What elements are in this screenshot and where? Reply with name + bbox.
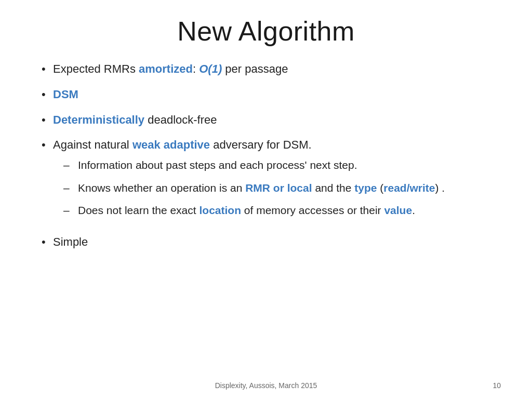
list-item: • Simple <box>42 234 501 250</box>
highlight-weak-adaptive: weak adaptive <box>132 138 210 151</box>
highlight-readwrite: read/write <box>383 182 435 194</box>
highlight-value: value <box>384 204 412 216</box>
list-item: – Does not learn the exact location of m… <box>63 203 501 218</box>
bullet-dot: • <box>42 61 53 77</box>
highlight-o1: O(1) <box>199 62 222 75</box>
highlight-deterministically: Deterministically <box>53 113 144 126</box>
highlight-amortized: amortized <box>139 62 193 75</box>
highlight-dsm: DSM <box>53 88 78 101</box>
main-bullet-list: • Expected RMRs amortized: O(1) per pass… <box>42 61 501 250</box>
highlight-location: location <box>199 204 241 216</box>
slide-title: New Algorithm <box>31 16 501 47</box>
sub-text: Information about past steps and each pr… <box>78 157 501 172</box>
footer-center: Displexity, Aussois, March 2015 <box>215 381 317 390</box>
slide-content: • Expected RMRs amortized: O(1) per pass… <box>31 61 501 368</box>
sub-text: Knows whether an operation is an RMR or … <box>78 180 501 195</box>
sub-text: Does not learn the exact location of mem… <box>78 203 501 218</box>
slide: New Algorithm • Expected RMRs amortized:… <box>0 0 532 399</box>
list-item: • Expected RMRs amortized: O(1) per pass… <box>42 61 501 77</box>
bullet-dot: • <box>42 112 53 128</box>
bullet-dot: • <box>42 137 53 153</box>
highlight-type: type <box>354 182 377 194</box>
list-item: – Knows whether an operation is an RMR o… <box>63 180 501 195</box>
sub-dash: – <box>63 203 78 218</box>
bullet-text: Expected RMRs amortized: O(1) per passag… <box>53 61 501 77</box>
bullet-text: Simple <box>53 234 501 250</box>
bullet-dot: • <box>42 87 53 103</box>
bullet-text: Against natural weak adaptive adversary … <box>53 137 501 225</box>
list-item: • Deterministically deadlock-free <box>42 112 501 128</box>
sub-dash: – <box>63 157 78 172</box>
list-item: • DSM <box>42 87 501 103</box>
list-item: • Against natural weak adaptive adversar… <box>42 137 501 225</box>
footer-page: 10 <box>493 381 501 390</box>
highlight-rmr-local: RMR or local <box>245 182 312 194</box>
bullet-dot: • <box>42 234 53 250</box>
sub-bullet-list: – Information about past steps and each … <box>63 157 501 218</box>
bullet-text: DSM <box>53 87 501 103</box>
sub-dash: – <box>63 180 78 195</box>
list-item: – Information about past steps and each … <box>63 157 501 172</box>
bullet-text: Deterministically deadlock-free <box>53 112 501 128</box>
